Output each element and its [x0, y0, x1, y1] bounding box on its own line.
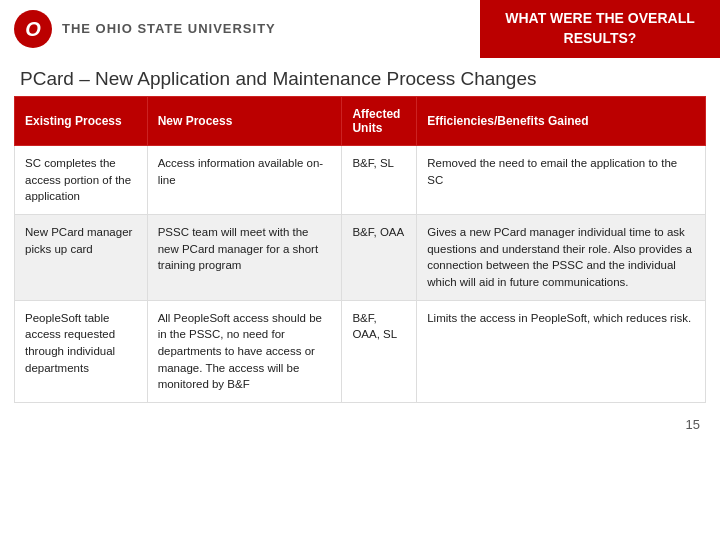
university-name: The Ohio State University [62, 21, 276, 38]
header-title-line1: WHAT WERE THE OVERALL [505, 10, 695, 26]
cell-existing-1: New PCard manager picks up card [15, 215, 148, 301]
header-title-line2: RESULTS? [564, 30, 637, 46]
page-number: 15 [686, 417, 700, 432]
page-title: PCard – New Application and Maintenance … [20, 68, 700, 90]
cell-new-0: Access information available on-line [147, 146, 342, 215]
table-row: New PCard manager picks up card PSSC tea… [15, 215, 706, 301]
table-wrapper: Existing Process New Process Affected Un… [0, 96, 720, 411]
col-header-affected: Affected Units [342, 97, 417, 146]
page-title-bar: PCard – New Application and Maintenance … [0, 58, 720, 96]
table-header-row: Existing Process New Process Affected Un… [15, 97, 706, 146]
cell-benefits-1: Gives a new PCard manager individual tim… [417, 215, 706, 301]
table-row: SC completes the access portion of the a… [15, 146, 706, 215]
osu-logo: O The Ohio State University [14, 10, 276, 48]
cell-affected-1: B&F, OAA [342, 215, 417, 301]
footer: 15 [0, 411, 720, 432]
cell-new-2: All PeopleSoft access should be in the P… [147, 300, 342, 402]
cell-benefits-2: Limits the access in PeopleSoft, which r… [417, 300, 706, 402]
cell-affected-2: B&F, OAA, SL [342, 300, 417, 402]
main-table: Existing Process New Process Affected Un… [14, 96, 706, 403]
cell-benefits-0: Removed the need to email the applicatio… [417, 146, 706, 215]
cell-affected-0: B&F, SL [342, 146, 417, 215]
osu-letter: O [25, 18, 41, 41]
col-header-existing: Existing Process [15, 97, 148, 146]
cell-existing-0: SC completes the access portion of the a… [15, 146, 148, 215]
header-title-box: WHAT WERE THE OVERALL RESULTS? [480, 0, 720, 58]
header-title: WHAT WERE THE OVERALL RESULTS? [505, 9, 695, 48]
header: O The Ohio State University WHAT WERE TH… [0, 0, 720, 58]
table-row: PeopleSoft table access requested throug… [15, 300, 706, 402]
cell-new-1: PSSC team will meet with the new PCard m… [147, 215, 342, 301]
col-header-new: New Process [147, 97, 342, 146]
cell-existing-2: PeopleSoft table access requested throug… [15, 300, 148, 402]
osu-circle-logo: O [14, 10, 52, 48]
header-logo: O The Ohio State University [0, 0, 480, 58]
col-header-benefits: Efficiencies/Benefits Gained [417, 97, 706, 146]
